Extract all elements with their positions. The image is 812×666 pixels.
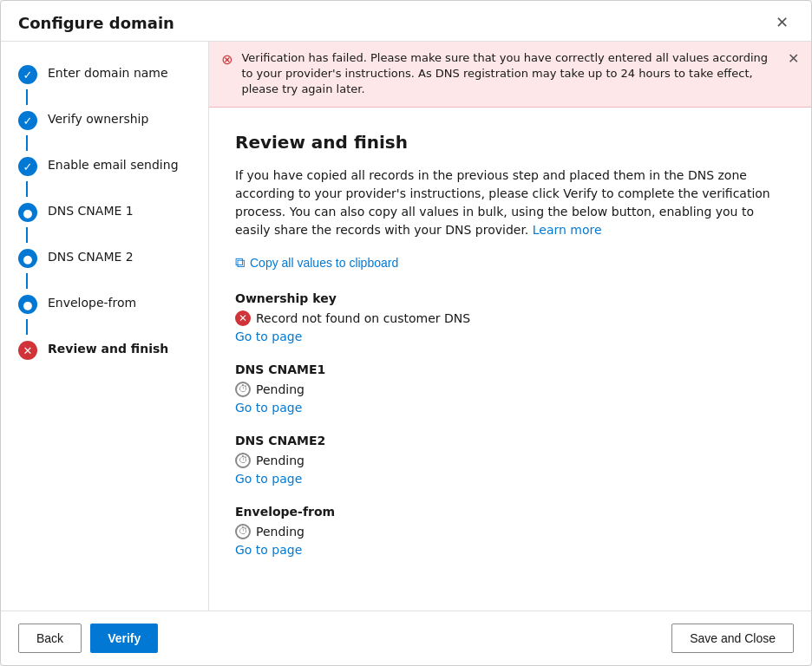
status-error-icon-ownership-key: ✕ (235, 310, 251, 326)
go-to-page-link-dns-cname2[interactable]: Go to page (235, 472, 302, 486)
section-label-dns-cname2: DNS CNAME2 (235, 434, 785, 447)
step-icon-enable-email: ✓ (18, 157, 37, 176)
step-connector-envelope-from (26, 319, 28, 335)
dns-section-dns-cname2: DNS CNAME2⏱PendingGo to page (235, 434, 785, 486)
error-banner-icon: ⊗ (221, 51, 232, 68)
error-banner: ⊗ Verification has failed. Please make s… (209, 42, 811, 108)
section-status-ownership-key: ✕Record not found on customer DNS (235, 310, 785, 326)
step-icon-envelope-from: ● (18, 295, 37, 314)
step-label-dns-cname-1: DNS CNAME 1 (48, 202, 134, 218)
status-pending-icon-envelope-from: ⏱ (235, 524, 251, 539)
sidebar-step-enable-email[interactable]: ✓Enable email sending (1, 151, 208, 181)
sidebar-step-dns-cname-1[interactable]: ●DNS CNAME 1 (1, 197, 208, 227)
dns-section-envelope-from: Envelope-from⏱PendingGo to page (235, 505, 785, 557)
verify-button[interactable]: Verify (90, 624, 158, 653)
sidebar-step-dns-cname-2[interactable]: ●DNS CNAME 2 (1, 243, 208, 273)
save-close-button[interactable]: Save and Close (671, 624, 794, 653)
step-label-dns-cname-2: DNS CNAME 2 (48, 248, 134, 264)
configure-domain-dialog: Configure domain ✕ ✓Enter domain name✓Ve… (0, 0, 812, 666)
status-pending-icon-dns-cname1: ⏱ (235, 382, 251, 397)
step-icon-enter-domain: ✓ (18, 65, 37, 84)
sidebar-step-review-finish[interactable]: ✕Review and finish (1, 335, 208, 365)
step-label-enable-email: Enable email sending (48, 156, 179, 172)
main-content: ⊗ Verification has failed. Please make s… (209, 42, 811, 610)
section-label-envelope-from: Envelope-from (235, 505, 785, 519)
section-status-dns-cname2: ⏱Pending (235, 453, 785, 468)
status-text-ownership-key: Record not found on customer DNS (256, 311, 470, 325)
go-to-page-link-ownership-key[interactable]: Go to page (235, 330, 302, 343)
section-label-dns-cname1: DNS CNAME1 (235, 362, 785, 376)
step-label-enter-domain: Enter domain name (48, 64, 168, 80)
sidebar-step-envelope-from[interactable]: ●Envelope-from (1, 289, 208, 319)
copy-icon: ⧉ (235, 255, 245, 271)
go-to-page-link-dns-cname1[interactable]: Go to page (235, 401, 302, 415)
step-connector-enable-email (26, 181, 28, 197)
error-banner-text: Verification has failed. Please make sur… (241, 50, 779, 98)
section-status-envelope-from: ⏱Pending (235, 524, 785, 539)
status-text-dns-cname2: Pending (256, 454, 304, 467)
status-text-envelope-from: Pending (256, 525, 304, 539)
sidebar: ✓Enter domain name✓Verify ownership✓Enab… (1, 42, 209, 610)
step-label-review-finish: Review and finish (48, 340, 168, 356)
step-icon-dns-cname-1: ● (18, 203, 37, 222)
section-status-dns-cname1: ⏱Pending (235, 382, 785, 397)
error-banner-close-button[interactable]: ✕ (788, 50, 799, 67)
step-connector-dns-cname-2 (26, 273, 28, 289)
dns-sections: Ownership key✕Record not found on custom… (235, 291, 785, 557)
content-area: Review and finish If you have copied all… (209, 108, 811, 610)
step-connector-verify-ownership (26, 135, 28, 151)
learn-more-link[interactable]: Learn more (533, 223, 602, 237)
sidebar-step-verify-ownership[interactable]: ✓Verify ownership (1, 105, 208, 135)
dialog-body: ✓Enter domain name✓Verify ownership✓Enab… (1, 42, 811, 610)
copy-all-button[interactable]: ⧉ Copy all values to clipboard (235, 255, 398, 271)
step-icon-review-finish: ✕ (18, 341, 37, 360)
dialog-header: Configure domain ✕ (1, 1, 811, 42)
sidebar-step-enter-domain[interactable]: ✓Enter domain name (1, 59, 208, 89)
step-label-verify-ownership: Verify ownership (48, 110, 148, 126)
dns-section-dns-cname1: DNS CNAME1⏱PendingGo to page (235, 362, 785, 415)
step-icon-dns-cname-2: ● (18, 249, 37, 268)
content-title: Review and finish (235, 132, 785, 153)
content-description: If you have copied all records in the pr… (235, 166, 785, 239)
dialog-title: Configure domain (18, 14, 174, 32)
step-label-envelope-from: Envelope-from (48, 294, 136, 310)
step-connector-enter-domain (26, 89, 28, 105)
dialog-close-button[interactable]: ✕ (770, 13, 794, 32)
back-button[interactable]: Back (18, 624, 82, 653)
status-pending-icon-dns-cname2: ⏱ (235, 453, 251, 468)
go-to-page-link-envelope-from[interactable]: Go to page (235, 543, 302, 557)
footer-left-buttons: Back Verify (18, 624, 158, 653)
step-connector-dns-cname-1 (26, 227, 28, 243)
section-label-ownership-key: Ownership key (235, 291, 785, 305)
status-text-dns-cname1: Pending (256, 382, 304, 396)
dialog-footer: Back Verify Save and Close (1, 610, 811, 665)
dns-section-ownership-key: Ownership key✕Record not found on custom… (235, 291, 785, 343)
step-icon-verify-ownership: ✓ (18, 111, 37, 130)
